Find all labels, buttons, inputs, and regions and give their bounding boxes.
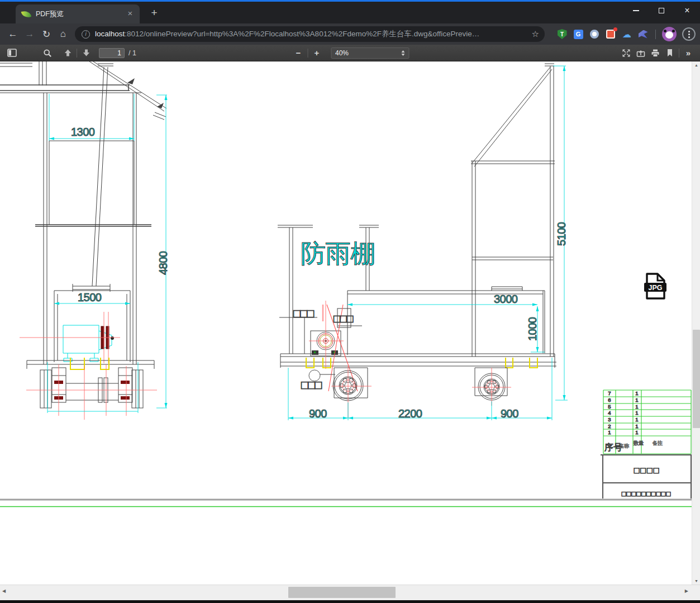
- tab-bar: PDF预览 × + ×: [0, 2, 700, 23]
- row-qty: 1: [635, 397, 638, 403]
- avatar-face-icon: [665, 31, 673, 39]
- ring-icon: [590, 30, 599, 39]
- url-text[interactable]: localhost:8012/onlinePreview?url=http%3A…: [95, 29, 528, 39]
- new-tab-button[interactable]: +: [147, 7, 161, 19]
- pdf-toolbar: / 1 − + 40%: [0, 45, 700, 61]
- zoom-level-select[interactable]: 40%: [331, 48, 409, 59]
- cloud-icon: ☁: [622, 29, 631, 40]
- row-no: 7: [608, 390, 611, 396]
- bird-icon: [639, 30, 648, 39]
- shield-icon: T: [558, 29, 567, 39]
- avatar-ear-icon: [672, 30, 675, 32]
- search-icon: [43, 49, 52, 58]
- horizontal-scrollbar[interactable]: ◀ ▶: [0, 585, 692, 600]
- close-icon: ×: [684, 8, 689, 13]
- sidebar-icon: [7, 49, 17, 57]
- scrollbar-corner: [692, 585, 700, 600]
- scroll-up-arrow-icon[interactable]: ▲: [692, 63, 700, 67]
- extension-cloud[interactable]: ☁: [621, 29, 632, 40]
- placeholder-text-3: □□□: [301, 378, 322, 391]
- vertical-scrollbar[interactable]: ▲ ▼: [692, 61, 700, 585]
- scroll-left-arrow-icon[interactable]: ◀: [2, 588, 6, 593]
- url-host: localhost: [95, 30, 125, 38]
- row-no: 3: [608, 416, 611, 422]
- browser-window: PDF预览 × + × ← → ↻ ⌂ i localhost:8012/onl…: [0, 0, 700, 603]
- toolbar-separator: [77, 49, 77, 58]
- window-maximize-button[interactable]: [649, 2, 674, 19]
- previous-page-button[interactable]: [60, 46, 75, 60]
- row-no: 4: [608, 410, 611, 416]
- row-qty: 1: [635, 403, 638, 410]
- dim-900-left: 900: [309, 407, 327, 420]
- profile-avatar[interactable]: [662, 27, 677, 41]
- extension-ring[interactable]: [589, 29, 600, 40]
- horizontal-scrollbar-thumb[interactable]: [288, 587, 396, 598]
- dim-4800: 4800: [157, 251, 169, 275]
- vertical-scrollbar-thumb[interactable]: [693, 330, 700, 428]
- bottom-bar: ◀ ▶: [0, 585, 700, 600]
- canopy-label: 防雨棚: [301, 239, 375, 268]
- forward-button[interactable]: →: [21, 29, 38, 40]
- tab-close-icon[interactable]: ×: [125, 9, 135, 19]
- row-qty: 1: [635, 423, 638, 429]
- jpg-export-button[interactable]: JPG: [642, 272, 668, 301]
- extension-bird[interactable]: [637, 29, 649, 40]
- window-close-button[interactable]: ×: [674, 2, 700, 19]
- scroll-right-arrow-icon[interactable]: ▶: [685, 588, 688, 593]
- search-button[interactable]: [40, 46, 55, 60]
- dim-1500: 1500: [78, 291, 102, 303]
- placeholder-text-2: □□□: [334, 312, 353, 325]
- zoom-out-button[interactable]: −: [291, 46, 306, 60]
- bookmark-icon: [666, 49, 674, 57]
- browser-menu-button[interactable]: [682, 27, 696, 41]
- row-no: 1: [608, 429, 611, 435]
- browser-tab[interactable]: PDF预览 ×: [16, 4, 140, 23]
- fullscreen-icon: [622, 49, 631, 58]
- dim-900-right: 900: [501, 407, 518, 420]
- zoom-in-button[interactable]: +: [309, 46, 324, 60]
- presentation-mode-button[interactable]: [619, 46, 634, 60]
- extension-tampermonkey[interactable]: T: [556, 29, 568, 40]
- plus-icon: +: [311, 48, 323, 58]
- print-button[interactable]: [648, 46, 663, 60]
- scroll-down-arrow-icon[interactable]: ▼: [692, 579, 700, 583]
- bookmark-button[interactable]: [663, 46, 677, 60]
- jpg-file-icon: JPG: [642, 272, 668, 301]
- row-qty: 1: [635, 390, 638, 396]
- title-block: 7 1 6 1 5 1 4 1 3 1 2 1 1: [601, 390, 692, 498]
- window-minimize-button[interactable]: [623, 2, 649, 19]
- bookmark-star-icon[interactable]: ☆: [532, 29, 539, 39]
- dim-5100: 5100: [555, 222, 568, 246]
- header-qty: 数量: [634, 440, 644, 446]
- maximize-icon: [659, 8, 664, 13]
- sidebar-toggle-button[interactable]: [4, 46, 19, 60]
- row-no: 2: [608, 423, 611, 429]
- extension-translate[interactable]: G: [573, 29, 584, 40]
- arrow-up-icon: [64, 49, 72, 57]
- dim-1000: 1000: [526, 317, 539, 341]
- next-page-button[interactable]: [79, 46, 93, 60]
- row-no: 6: [608, 397, 611, 403]
- spinner-icon: [401, 50, 404, 56]
- site-info-icon[interactable]: i: [82, 30, 90, 39]
- header-note: 备注: [653, 440, 663, 446]
- navigation-bar: ← → ↻ ⌂ i localhost:8012/onlinePreview?u…: [0, 23, 700, 45]
- extension-org[interactable]: [605, 29, 616, 40]
- pdf-page-canvas[interactable]: 1300 1500 4800: [0, 61, 692, 585]
- dim-2200: 2200: [398, 407, 422, 420]
- placeholder-text-1: □□□: [293, 307, 314, 320]
- toolbar-separator: [655, 30, 656, 39]
- notification-badge: [613, 27, 617, 31]
- zoom-value: 40%: [335, 49, 401, 57]
- home-button[interactable]: ⌂: [55, 29, 72, 40]
- address-bar[interactable]: i localhost:8012/onlinePreview?url=http%…: [75, 26, 545, 42]
- window-controls: ×: [623, 2, 700, 20]
- back-button[interactable]: ←: [4, 29, 21, 40]
- more-tools-button[interactable]: »: [681, 46, 696, 60]
- reload-button[interactable]: ↻: [38, 29, 55, 40]
- row-no: 5: [608, 403, 611, 410]
- page-number-input[interactable]: [99, 48, 125, 58]
- open-file-button[interactable]: [634, 46, 648, 60]
- tab-title: PDF预览: [36, 10, 125, 19]
- left-view: [0, 61, 166, 420]
